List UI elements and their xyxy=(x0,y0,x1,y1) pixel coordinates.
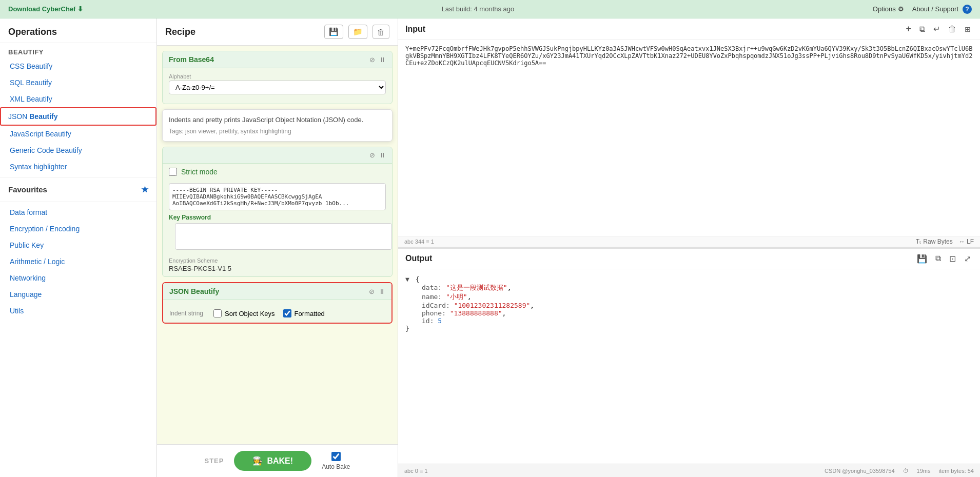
alphabet-field: Alphabet A-Za-z0-9+/= xyxy=(169,73,386,94)
input-clear-button[interactable]: 🗑 xyxy=(946,24,958,35)
sidebar-item-language[interactable]: Language xyxy=(0,286,156,303)
input-chars: 344 xyxy=(415,239,426,245)
xml-beautify-label: XML Beautify xyxy=(10,95,52,103)
json-triangle[interactable]: ▼ xyxy=(405,275,409,283)
pause-icon3[interactable]: ⏸ xyxy=(379,288,385,295)
sidebar-item-utils[interactable]: Utils xyxy=(0,303,156,319)
sidebar-item-js-beautify[interactable]: JavaScript Beautify xyxy=(0,126,156,142)
language-label: Language xyxy=(10,290,42,299)
sidebar-item-xml-beautify[interactable]: XML Beautify xyxy=(0,91,156,107)
pause-icon2[interactable]: ⏸ xyxy=(379,151,386,159)
about-link[interactable]: About / Support ? xyxy=(912,5,972,14)
output-chars: 0 xyxy=(415,468,420,474)
tooltip-tags: Tags: json viewer, prettify, syntax high… xyxy=(169,128,386,135)
sidebar-divider-1 xyxy=(0,177,156,177)
star-icon: ★ xyxy=(141,185,148,194)
output-window-button[interactable]: ⊡ xyxy=(947,253,958,265)
json-beautify-header: JSON Beautify ⊘ ⏸ xyxy=(163,283,391,300)
raw-bytes-label[interactable]: Tₜ Raw Bytes xyxy=(916,238,953,245)
bake-button[interactable]: 🧑‍🍳 BAKE! xyxy=(234,451,311,471)
js-beautify-label: JavaScript Beautify xyxy=(10,130,71,138)
lf-label[interactable]: ↔ LF xyxy=(959,238,974,245)
topbar-left: Download CyberChef ⬇ xyxy=(8,5,83,13)
alphabet-select[interactable]: A-Za-z0-9+/= xyxy=(169,81,386,94)
input-window-button[interactable]: ⧉ xyxy=(917,24,927,35)
sort-keys-checkbox[interactable] xyxy=(213,309,222,317)
output-copy-button[interactable]: ⧉ xyxy=(933,253,943,264)
encryption-scheme-value: RSAES-PKCS1-V1 5 xyxy=(163,264,392,276)
sidebar-divider-2 xyxy=(0,202,156,202)
sidebar-item-json-beautify[interactable]: JSON Beautify xyxy=(0,107,156,126)
strict-mode-checkbox[interactable] xyxy=(169,168,177,176)
json-beautify-label: JSON Beautify xyxy=(8,112,57,121)
from-base64-header: From Base64 ⊘ ⏸ xyxy=(163,51,392,68)
recipe-clear-button[interactable]: 🗑 xyxy=(373,25,389,39)
options-link[interactable]: Options ⚙ xyxy=(873,5,904,13)
sidebar-title: Operations xyxy=(0,18,156,43)
disable-icon[interactable]: ⊘ xyxy=(369,56,375,64)
csdn-user: CSDN @yonghu_03598754 xyxy=(825,468,895,474)
about-label: About / Support xyxy=(912,5,958,13)
output-fullscreen-button[interactable]: ⤢ xyxy=(962,253,973,265)
sidebar-item-public-key[interactable]: Public Key xyxy=(0,237,156,253)
input-textarea[interactable]: Y+mePFv72FcqOmbrfFWeJHk7gvpoP5ehhSVWGJSu… xyxy=(398,40,980,236)
sidebar-item-arithmetic-logic[interactable]: Arithmetic / Logic xyxy=(0,253,156,270)
sidebar-item-css-beautify[interactable]: CSS Beautify xyxy=(0,58,156,74)
rsa-key-block: -----BEGIN RSA PRIVATE KEY----- MIIEvQIB… xyxy=(169,183,386,210)
sidebar-item-data-format[interactable]: Data format xyxy=(0,204,156,221)
recipe-header: Recipe 💾 📁 🗑 xyxy=(157,18,398,46)
auto-bake-col: Auto Bake xyxy=(322,452,350,470)
json-beautify-controls: Indent string Sort Object Keys Formatted xyxy=(169,309,385,317)
input-fullscreen-button[interactable]: ⊞ xyxy=(963,24,973,34)
auto-bake-label: Auto Bake xyxy=(322,463,350,470)
recipe-load-button[interactable]: 📁 xyxy=(348,25,367,39)
input-status-bar: abc 344 ≡ 1 Tₜ Raw Bytes ↔ LF xyxy=(398,236,980,247)
sidebar-group-beautify: BEAUTIFY xyxy=(0,43,156,58)
key-password-textarea[interactable] xyxy=(175,223,392,250)
formatted-row: Formatted xyxy=(283,309,325,317)
sort-keys-row: Sort Object Keys xyxy=(213,309,275,317)
favourites-label: Favourites xyxy=(8,185,47,194)
gear-icon: ⚙ xyxy=(898,5,904,13)
time-label: 19ms xyxy=(917,468,931,474)
formatted-checkbox[interactable] xyxy=(283,309,291,317)
topbar-right: Options ⚙ About / Support ? xyxy=(873,5,972,14)
sql-beautify-label: SQL Beautify xyxy=(10,78,52,87)
strict-mode-row: Strict mode xyxy=(163,164,392,180)
json-field-id: id: 5 xyxy=(422,317,973,325)
sidebar-item-networking[interactable]: Networking xyxy=(0,270,156,286)
tooltip-description: Indents and pretty prints JavaScript Obj… xyxy=(169,116,386,124)
input-section: Input + ⧉ ↵ 🗑 ⊞ Y+mePFv72FcqOmbrfFWeJHk7… xyxy=(398,18,980,249)
sidebar-item-sql-beautify[interactable]: SQL Beautify xyxy=(0,74,156,91)
encryption-scheme-label: Encryption Scheme xyxy=(163,257,392,264)
topbar-center: Last build: 4 months ago xyxy=(442,5,515,13)
pause-icon[interactable]: ⏸ xyxy=(379,56,386,64)
public-key-label: Public Key xyxy=(10,241,44,249)
bake-label: BAKE! xyxy=(267,456,293,466)
sidebar-item-generic-beautify[interactable]: Generic Code Beautify xyxy=(0,142,156,158)
arithmetic-logic-label: Arithmetic / Logic xyxy=(10,257,65,266)
output-lines-icon: ≡ xyxy=(420,468,423,474)
sidebar-item-syntax-highlighter[interactable]: Syntax highlighter xyxy=(0,158,156,175)
rsa-actions: ⊘ ⏸ xyxy=(369,151,386,159)
syntax-highlighter-label: Syntax highlighter xyxy=(10,163,67,171)
step-label: STEP xyxy=(204,457,224,465)
recipe-card-json-beautify: JSON Beautify ⊘ ⏸ Indent string Sort Obj… xyxy=(162,282,393,324)
input-paste-button[interactable]: ↵ xyxy=(931,23,942,35)
download-link[interactable]: Download CyberChef ⬇ xyxy=(8,5,83,13)
sort-keys-label: Sort Object Keys xyxy=(225,310,275,317)
input-toolbar: + ⧉ ↵ 🗑 ⊞ xyxy=(904,23,973,35)
output-title: Output xyxy=(405,254,432,263)
json-field-data: data: "这是一段测试数据", xyxy=(422,283,973,292)
input-add-button[interactable]: + xyxy=(904,23,913,35)
auto-bake-checkbox[interactable] xyxy=(331,452,341,461)
sidebar-item-encryption-encoding[interactable]: Encryption / Encoding xyxy=(0,221,156,237)
sidebar: Operations BEAUTIFY CSS Beautify SQL Bea… xyxy=(0,18,157,477)
disable-icon2[interactable]: ⊘ xyxy=(369,151,375,159)
json-field-phone: phone: "13888888888", xyxy=(422,309,973,317)
sidebar-favourites[interactable]: Favourites ★ xyxy=(0,180,156,200)
recipe-card-rsa: ⊘ ⏸ Strict mode -----BEGIN RSA PRIVATE K… xyxy=(162,147,393,277)
recipe-save-button[interactable]: 💾 xyxy=(324,25,343,39)
disable-icon3[interactable]: ⊘ xyxy=(369,288,375,295)
output-save-button[interactable]: 💾 xyxy=(915,253,929,265)
